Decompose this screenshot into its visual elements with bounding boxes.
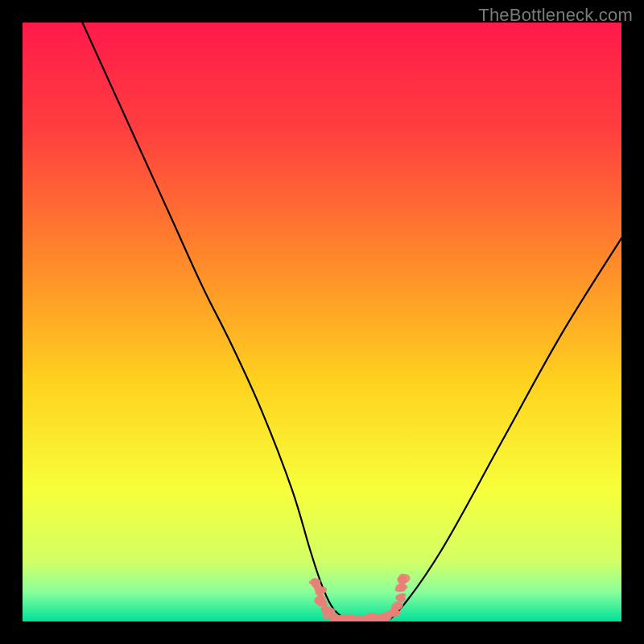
plot-svg — [23, 23, 621, 621]
plot-area — [23, 23, 621, 621]
chart-frame: TheBottleneck.com — [0, 0, 644, 644]
gradient-background — [23, 23, 621, 621]
